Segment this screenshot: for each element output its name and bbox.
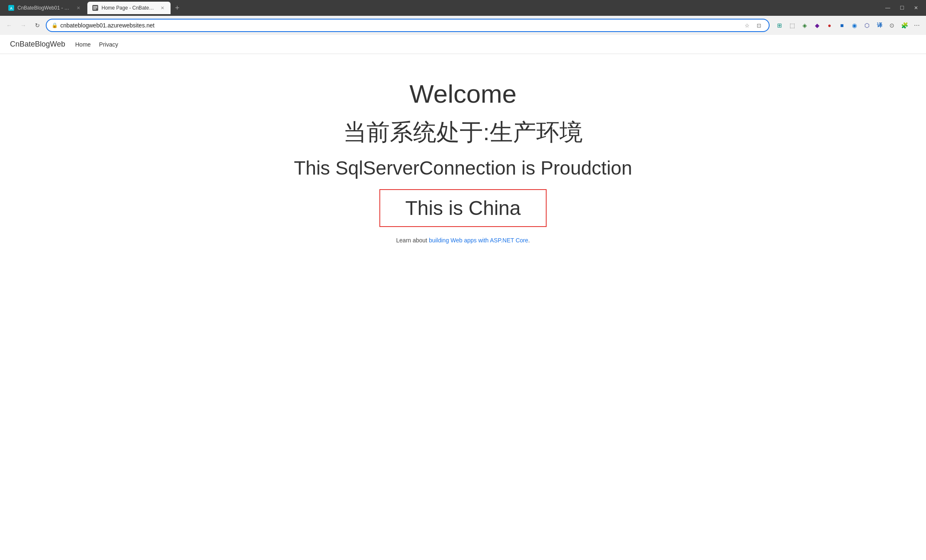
custom-icon-5[interactable]: ◉ [849,20,860,31]
learn-prefix: Learn about [396,237,429,244]
translate-icon[interactable]: 译 [874,20,885,31]
address-bar[interactable]: 🔒 ☆ ⊡ [46,19,770,32]
lock-icon: 🔒 [52,22,58,28]
custom-icon-4[interactable]: ■ [836,20,848,31]
address-input[interactable] [60,22,740,29]
new-tab-button[interactable]: + [171,2,183,14]
tab-label-1: CnBateBlogWeb01 - Microsof [17,5,72,11]
reload-button[interactable]: ↻ [32,20,43,31]
sql-heading: This SqlServerConnection is Proudction [294,157,632,179]
tab-close-2[interactable]: ✕ [159,5,166,11]
svg-rect-4 [93,7,97,8]
tab-1[interactable]: A CnBateBlogWeb01 - Microsof ✕ [3,2,87,14]
env-heading: 当前系统处于:生产环境 [343,117,583,148]
address-bar-row: ← → ↻ 🔒 ☆ ⊡ ⊞ ⬚ ◈ ◆ ● ■ ◉ ⬡ 译 ⊙ 🧩 ⋯ [0,16,926,35]
site-brand: CnBateBlogWeb [10,40,65,49]
welcome-heading: Welcome [409,79,516,109]
address-actions: ☆ ⊡ [742,20,764,30]
tab-favicon-2 [92,5,98,11]
extensions-icon[interactable]: ⊞ [774,20,785,31]
nav-link-privacy[interactable]: Privacy [99,41,118,48]
learn-suffix: . [528,237,530,244]
browser-chrome: A CnBateBlogWeb01 - Microsof ✕ Home Page… [0,0,926,35]
site-navbar: CnBateBlogWeb Home Privacy [0,35,926,54]
maximize-button[interactable]: ☐ [895,2,909,14]
toolbar-icons: ⊞ ⬚ ◈ ◆ ● ■ ◉ ⬡ 译 ⊙ 🧩 ⋯ [774,20,923,31]
tab-favicon-1: A [8,5,14,11]
site-nav-links: Home Privacy [75,41,118,48]
split-icon[interactable]: ⊡ [754,20,764,30]
tab-label-2: Home Page - CnBateBlogWeb [102,5,156,11]
minimize-button[interactable]: — [881,2,894,14]
nav-link-home[interactable]: Home [75,41,91,48]
learn-paragraph: Learn about building Web apps with ASP.N… [396,237,530,244]
china-text: This is China [405,197,520,219]
tab-bar: A CnBateBlogWeb01 - Microsof ✕ Home Page… [0,0,926,16]
main-content: Welcome 当前系统处于:生产环境 This SqlServerConnec… [0,54,926,260]
extensions-puzzle-icon[interactable]: 🧩 [899,20,910,31]
learn-link[interactable]: building Web apps with ASP.NET Core [429,237,528,244]
svg-rect-5 [93,9,96,10]
custom-icon-1[interactable]: ◈ [799,20,810,31]
page-wrapper: CnBateBlogWeb Home Privacy Welcome 当前系统处… [0,35,926,560]
copilot-icon[interactable]: ⊙ [886,20,898,31]
custom-icon-6[interactable]: ⬡ [861,20,873,31]
china-box: This is China [379,189,546,227]
screenshot-icon[interactable]: ⬚ [786,20,798,31]
svg-text:A: A [10,6,13,10]
window-controls: — ☐ ✕ [881,2,923,14]
tab-2[interactable]: Home Page - CnBateBlogWeb ✕ [87,2,171,14]
custom-icon-3[interactable]: ● [824,20,835,31]
close-window-button[interactable]: ✕ [909,2,923,14]
tab-close-1[interactable]: ✕ [75,5,82,11]
bookmark-icon[interactable]: ☆ [742,20,752,30]
forward-button[interactable]: → [17,20,29,31]
back-button[interactable]: ← [3,20,15,31]
more-options-icon[interactable]: ⋯ [911,20,923,31]
custom-icon-2[interactable]: ◆ [811,20,823,31]
svg-rect-3 [93,6,97,7]
